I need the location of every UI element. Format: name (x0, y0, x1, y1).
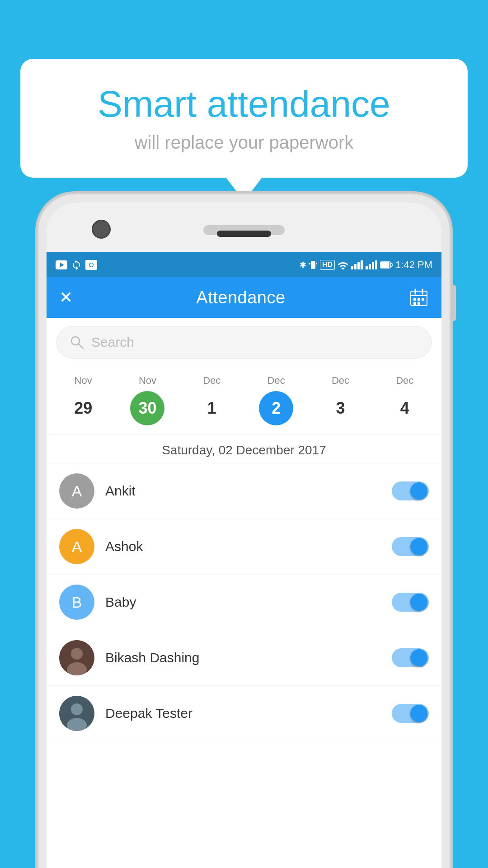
avatar-bikash-photo (59, 640, 94, 675)
calendar-strip: Nov 29 Nov 30 Dec 1 Dec 2 (47, 367, 441, 435)
signal-bars-2 (366, 260, 377, 269)
vibrate-icon (309, 260, 317, 270)
calendar-day-5[interactable]: Dec 4 (383, 375, 426, 425)
svg-rect-21 (418, 302, 420, 305)
svg-point-25 (71, 648, 83, 660)
close-button[interactable]: ✕ (59, 288, 73, 307)
avatar-ankit: A (59, 473, 94, 509)
toggle-bikash[interactable] (392, 648, 429, 667)
svg-rect-20 (413, 302, 416, 305)
search-container: Search (47, 318, 441, 367)
calendar-day-0[interactable]: Nov 29 (62, 375, 105, 425)
svg-rect-18 (418, 298, 420, 301)
status-icons-left (56, 259, 97, 270)
hd-badge: HD (320, 260, 335, 270)
avatar-ashok: A (59, 529, 94, 564)
avatar-bikash (59, 640, 94, 675)
toggle-ashok[interactable] (392, 537, 429, 556)
toggle-ankit[interactable] (392, 481, 429, 500)
search-bar[interactable]: Search (56, 326, 432, 359)
people-list: A Ankit A Ashok (47, 463, 441, 741)
speech-bubble: Smart attendance will replace your paper… (20, 59, 468, 178)
screen: ✱ HD (47, 252, 441, 868)
toggle-baby[interactable] (392, 593, 429, 612)
person-row-deepak: Deepak Tester (47, 686, 441, 741)
search-icon (70, 335, 84, 349)
calendar-day-2[interactable]: Dec 1 (190, 375, 233, 425)
calendar-day-1[interactable]: Nov 30 (126, 375, 169, 425)
app-title: Attendance (196, 288, 285, 307)
svg-line-23 (79, 344, 83, 349)
sync-icon (71, 259, 82, 270)
svg-rect-9 (381, 262, 389, 268)
battery-icon (380, 261, 393, 269)
selected-date: Saturday, 02 December 2017 (47, 435, 441, 463)
svg-point-28 (71, 703, 83, 715)
svg-point-4 (90, 263, 93, 266)
home-button-area (217, 231, 271, 237)
time-display: 1:42 PM (395, 259, 432, 271)
avatar-baby: B (59, 585, 94, 620)
signal-bars (351, 260, 363, 269)
svg-rect-5 (311, 261, 315, 269)
youtube-icon (56, 260, 67, 269)
person-name-deepak: Deepak Tester (105, 706, 381, 721)
wifi-icon (338, 260, 348, 269)
bubble-title: Smart attendance (50, 84, 438, 124)
svg-rect-7 (316, 263, 317, 264)
person-row-bikash: Bikash Dashing (47, 630, 441, 686)
camera (92, 220, 111, 239)
person-row-ashok: A Ashok (47, 519, 441, 575)
search-placeholder: Search (91, 335, 134, 350)
calendar-row: Nov 29 Nov 30 Dec 1 Dec 2 (51, 375, 437, 425)
person-name-ashok: Ashok (105, 539, 381, 554)
person-row-baby: B Baby (47, 575, 441, 630)
calendar-day-3[interactable]: Dec 2 (255, 375, 298, 425)
bluetooth-icon: ✱ (300, 260, 306, 270)
svg-rect-19 (422, 298, 424, 301)
status-icons-right: ✱ HD (300, 259, 432, 271)
person-name-bikash: Bikash Dashing (105, 650, 381, 665)
avatar-deepak (59, 696, 94, 731)
svg-rect-17 (413, 298, 416, 301)
calendar-icon[interactable] (409, 288, 429, 307)
app-bar: ✕ Attendance (47, 277, 441, 318)
side-button (451, 285, 456, 321)
toggle-deepak[interactable] (392, 704, 429, 723)
person-name-ankit: Ankit (105, 483, 381, 499)
phone-frame: ✱ HD (38, 194, 450, 868)
bubble-subtitle: will replace your paperwork (50, 132, 438, 153)
person-name-baby: Baby (105, 594, 381, 610)
avatar-deepak-photo (59, 696, 94, 731)
person-row-ankit: A Ankit (47, 463, 441, 519)
calendar-day-4[interactable]: Dec 3 (319, 375, 362, 425)
svg-rect-6 (309, 263, 310, 264)
photo-icon (85, 260, 97, 270)
status-bar: ✱ HD (47, 252, 441, 277)
